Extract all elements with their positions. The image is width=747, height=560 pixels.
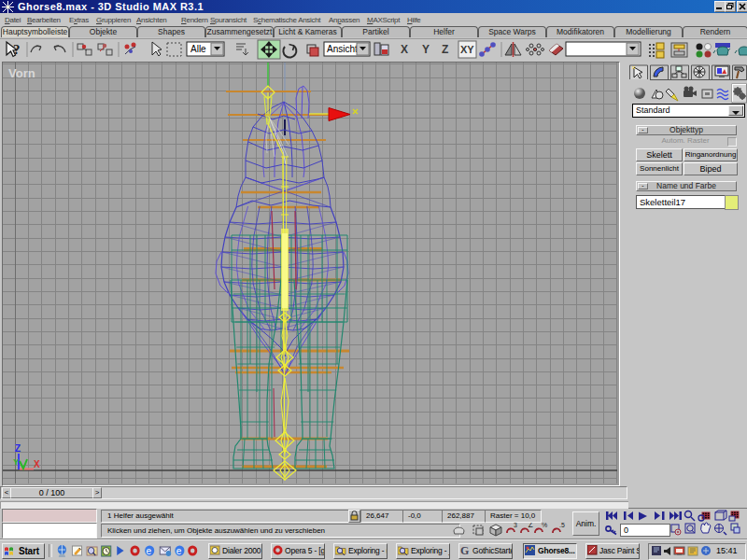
svg-text:%: % [542,522,547,528]
svg-text:X: X [401,43,408,56]
svg-text:X: X [34,459,40,469]
svg-text:Y: Y [13,457,19,467]
svg-text:Ansicht: Ansicht [327,44,358,54]
svg-text:?: ? [13,42,21,57]
svg-text:e: e [176,545,182,556]
svg-text:e: e [147,545,152,556]
svg-text:XY: XY [460,44,474,55]
svg-text:3: 3 [514,522,517,528]
svg-text:∠: ∠ [528,522,533,528]
svg-text:Vorn: Vorn [8,66,35,80]
svg-text:G: G [460,545,469,555]
svg-text:Z: Z [15,443,21,454]
svg-text:.5: .5 [559,522,565,528]
svg-text:Y: Y [422,43,430,56]
svg-text:Z: Z [442,43,448,56]
svg-text:Alle: Alle [190,44,206,54]
